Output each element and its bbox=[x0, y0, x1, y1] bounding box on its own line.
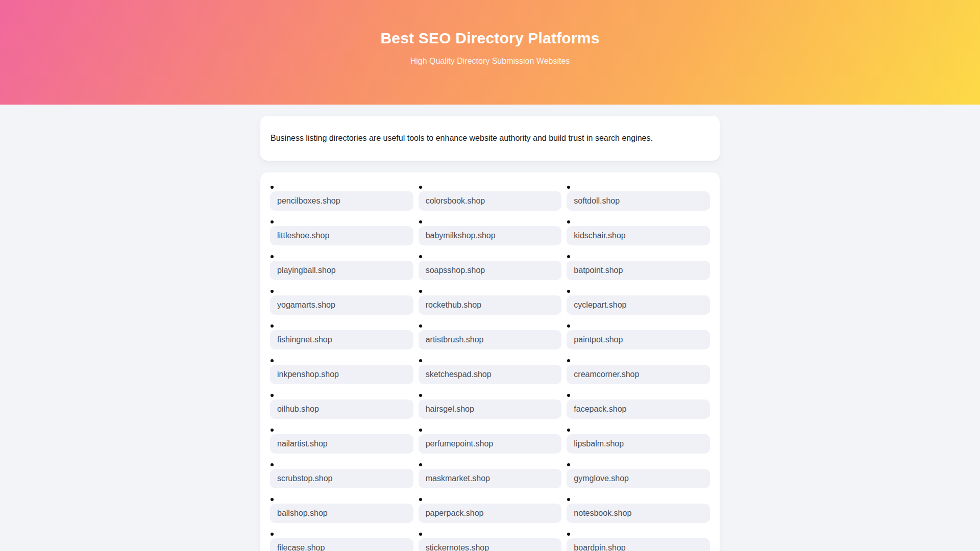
domain-pill: soapsshop.shop bbox=[419, 261, 562, 280]
bullet-icon bbox=[419, 498, 422, 501]
domain-name: colorsbook.shop bbox=[426, 196, 485, 206]
list-item: paperpack.shop bbox=[419, 498, 562, 523]
bullet-icon bbox=[567, 324, 570, 328]
list-item: maskmarket.shop bbox=[419, 463, 562, 488]
domain-pill: babymilkshop.shop bbox=[419, 226, 562, 245]
list-item: artistbrush.shop bbox=[419, 324, 562, 349]
bullet-icon bbox=[271, 220, 274, 223]
bullet-icon bbox=[271, 533, 274, 536]
directory-list-card: pencilboxes.shop colorsbook.shop softdol… bbox=[260, 172, 720, 551]
list-item: rockethub.shop bbox=[419, 290, 562, 315]
domain-pill: lipsbalm.shop bbox=[567, 434, 710, 454]
bullet-icon bbox=[567, 359, 570, 362]
list-item: filecase.shop bbox=[270, 533, 413, 551]
bullet-icon bbox=[567, 220, 570, 223]
domain-name: paintpot.shop bbox=[574, 335, 623, 344]
list-item: softdoll.shop bbox=[567, 186, 710, 211]
domain-name: scrubstop.shop bbox=[277, 474, 333, 483]
domain-pill: sketchespad.shop bbox=[419, 365, 562, 384]
page-subtitle: High Quality Directory Submission Websit… bbox=[0, 56, 980, 67]
domain-pill: hairsgel.shop bbox=[419, 399, 562, 419]
domain-name: cyclepart.shop bbox=[574, 300, 626, 310]
domain-pill: inkpenshop.shop bbox=[270, 365, 413, 384]
domain-pill: notesbook.shop bbox=[567, 504, 710, 523]
list-item: nailartist.shop bbox=[270, 429, 413, 454]
list-item: sketchespad.shop bbox=[419, 359, 562, 384]
domain-name: maskmarket.shop bbox=[426, 474, 490, 483]
list-item: ballshop.shop bbox=[270, 498, 413, 523]
bullet-icon bbox=[419, 429, 422, 432]
domain-name: sketchespad.shop bbox=[426, 370, 492, 379]
bullet-icon bbox=[271, 255, 274, 258]
list-item: facepack.shop bbox=[567, 394, 710, 419]
domain-name: fishingnet.shop bbox=[277, 335, 332, 344]
domain-pill: rockethub.shop bbox=[419, 295, 562, 315]
domain-name: kidschair.shop bbox=[574, 231, 625, 240]
bullet-icon bbox=[567, 255, 570, 258]
bullet-icon bbox=[271, 324, 274, 328]
domain-name: hairsgel.shop bbox=[426, 405, 474, 414]
bullet-icon bbox=[271, 463, 274, 466]
domain-name: batpoint.shop bbox=[574, 266, 623, 275]
hero-header: Best SEO Directory Platforms High Qualit… bbox=[0, 0, 980, 105]
bullet-icon bbox=[271, 290, 274, 293]
bullet-icon bbox=[419, 394, 422, 397]
list-item: cyclepart.shop bbox=[567, 290, 710, 315]
domain-name: ballshop.shop bbox=[277, 509, 328, 518]
domain-name: littleshoe.shop bbox=[277, 231, 329, 240]
domain-name: soapsshop.shop bbox=[426, 266, 485, 275]
domain-pill: softdoll.shop bbox=[567, 191, 710, 211]
list-item: fishingnet.shop bbox=[270, 324, 413, 349]
domain-name: inkpenshop.shop bbox=[277, 370, 339, 379]
directory-list: pencilboxes.shop colorsbook.shop softdol… bbox=[270, 186, 710, 551]
domain-pill: cyclepart.shop bbox=[567, 295, 710, 315]
domain-pill: nailartist.shop bbox=[270, 434, 413, 454]
list-item: colorsbook.shop bbox=[419, 186, 562, 211]
bullet-icon bbox=[419, 359, 422, 362]
domain-pill: filecase.shop bbox=[270, 538, 413, 551]
bullet-icon bbox=[271, 394, 274, 397]
domain-name: rockethub.shop bbox=[426, 300, 481, 310]
bullet-icon bbox=[567, 533, 570, 536]
list-item: boardpin.shop bbox=[567, 533, 710, 551]
domain-name: gymglove.shop bbox=[574, 474, 629, 483]
domain-name: pencilboxes.shop bbox=[277, 196, 340, 206]
bullet-icon bbox=[419, 186, 422, 189]
list-item: yogamarts.shop bbox=[270, 290, 413, 315]
domain-pill: fishingnet.shop bbox=[270, 330, 413, 349]
list-item: pencilboxes.shop bbox=[270, 186, 413, 211]
domain-pill: creamcorner.shop bbox=[567, 365, 710, 384]
list-item: playingball.shop bbox=[270, 255, 413, 280]
bullet-icon bbox=[271, 429, 274, 432]
domain-name: filecase.shop bbox=[277, 543, 325, 551]
domain-name: creamcorner.shop bbox=[574, 370, 639, 379]
bullet-icon bbox=[419, 533, 422, 536]
domain-pill: stickernotes.shop bbox=[419, 538, 562, 551]
bullet-icon bbox=[567, 290, 570, 293]
intro-card: Business listing directories are useful … bbox=[260, 116, 720, 161]
domain-name: artistbrush.shop bbox=[426, 335, 484, 344]
list-item: inkpenshop.shop bbox=[270, 359, 413, 384]
bullet-icon bbox=[271, 186, 274, 189]
list-item: perfumepoint.shop bbox=[419, 429, 562, 454]
domain-pill: gymglove.shop bbox=[567, 469, 710, 488]
domain-pill: ballshop.shop bbox=[270, 504, 413, 523]
domain-pill: paperpack.shop bbox=[419, 504, 562, 523]
intro-text: Business listing directories are useful … bbox=[271, 134, 653, 142]
domain-name: lipsbalm.shop bbox=[574, 439, 624, 448]
domain-pill: facepack.shop bbox=[567, 399, 710, 419]
list-item: scrubstop.shop bbox=[270, 463, 413, 488]
bullet-icon bbox=[419, 324, 422, 328]
bullet-icon bbox=[271, 359, 274, 362]
main-content: Business listing directories are useful … bbox=[260, 116, 720, 551]
domain-name: softdoll.shop bbox=[574, 196, 620, 206]
bullet-icon bbox=[567, 498, 570, 501]
list-item: hairsgel.shop bbox=[419, 394, 562, 419]
list-item: gymglove.shop bbox=[567, 463, 710, 488]
domain-name: nailartist.shop bbox=[277, 439, 328, 448]
domain-name: boardpin.shop bbox=[574, 543, 625, 551]
list-item: babymilkshop.shop bbox=[419, 220, 562, 245]
domain-pill: perfumepoint.shop bbox=[419, 434, 562, 454]
list-item: creamcorner.shop bbox=[567, 359, 710, 384]
domain-name: facepack.shop bbox=[574, 405, 626, 414]
